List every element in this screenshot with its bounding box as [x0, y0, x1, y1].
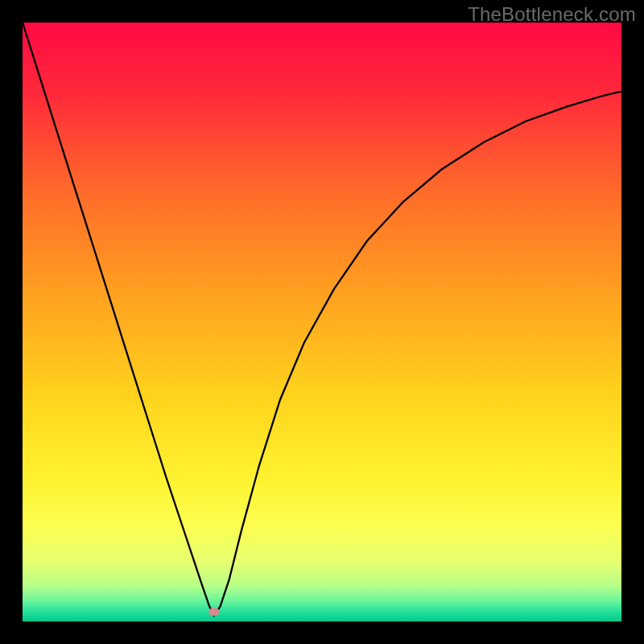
bottleneck-curve [23, 23, 621, 621]
plot-area [23, 23, 621, 621]
optimal-point-marker [208, 608, 220, 616]
watermark-text: TheBottleneck.com [468, 3, 636, 26]
chart-frame: TheBottleneck.com [0, 0, 644, 644]
